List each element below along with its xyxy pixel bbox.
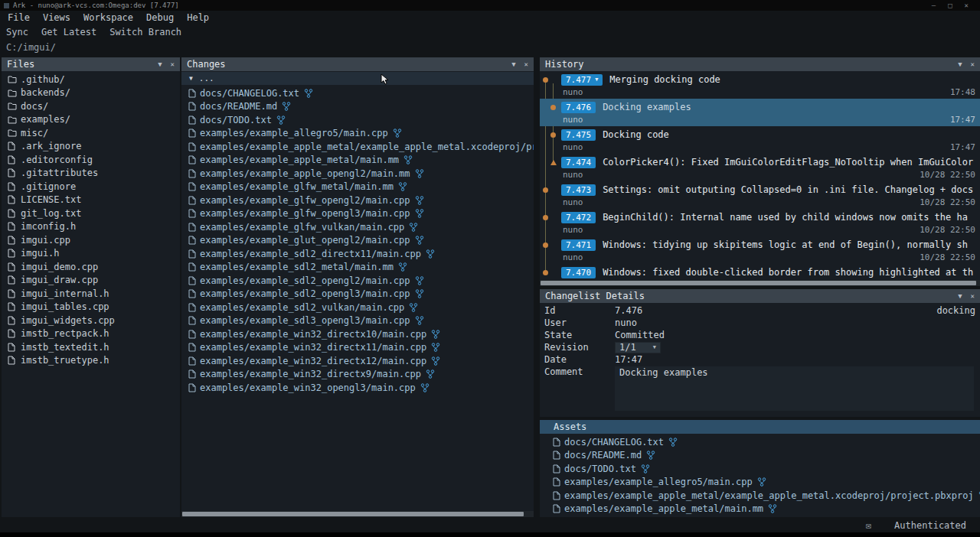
history-panel-header[interactable]: History ▼ ✕ [540, 57, 980, 71]
changed-file-row[interactable]: examples/example_win32_directx11/main.cp… [181, 341, 534, 355]
changeset-badge[interactable]: 7.476 [561, 102, 596, 113]
changed-file-row[interactable]: examples/example_win32_opengl3/main.cpp [181, 381, 534, 395]
file-tree-item[interactable]: examples/ [2, 113, 180, 127]
changed-file-row[interactable]: examples/example_glfw_metal/main.mm [181, 181, 534, 194]
file-tree-item[interactable]: git_log.txt [2, 207, 180, 220]
file-tree-item[interactable]: LICENSE.txt [2, 194, 180, 207]
changeset-badge[interactable]: 7.475 [561, 129, 596, 141]
close-panel-icon[interactable]: ✕ [971, 293, 975, 300]
file-tree-item[interactable]: imgui_tables.cpp [2, 301, 180, 314]
changed-file-row[interactable]: examples/example_apple_metal/example_app… [181, 140, 534, 154]
changed-file-row[interactable]: examples/example_sdl2_vulkan/main.cpp [181, 301, 534, 314]
changed-file-row[interactable]: examples/example_sdl2_metal/main.mm [181, 261, 534, 275]
changed-file-row[interactable]: examples/example_win32_directx12/main.cp… [181, 354, 534, 368]
file-tree-item[interactable]: imgui.h [2, 247, 180, 261]
minimize-icon[interactable]: – [932, 2, 936, 9]
asset-file-row[interactable]: docs/TODO.txt [540, 462, 980, 476]
history-entry[interactable]: 7.472 BeginChild(): Internal name used b… [540, 209, 980, 236]
close-panel-icon[interactable]: ✕ [524, 61, 528, 68]
history-entry[interactable]: 7.474 ColorPicker4(): Fixed ImGuiColorEd… [540, 154, 980, 181]
toolbar-button[interactable]: Sync [6, 27, 28, 37]
changeset-badge[interactable]: 7.474 [561, 157, 596, 168]
file-tree-item[interactable]: .github/ [2, 73, 180, 86]
close-icon[interactable]: ✕ [965, 2, 969, 9]
changes-panel-header[interactable]: Changes ▼ ✕ [181, 57, 534, 71]
revision-select[interactable]: 1/1 ▼ [615, 342, 661, 353]
changed-file-row[interactable]: examples/example_glfw_vulkan/main.cpp [181, 220, 534, 234]
menu-item[interactable]: Workspace [83, 12, 133, 23]
file-tree-item[interactable]: imstb_rectpack.h [2, 327, 180, 341]
comment-field[interactable]: Docking examples [615, 366, 974, 411]
title-bar[interactable]: Ark - nuno@ark-vcs.com:Omega:dev [7.477]… [0, 0, 980, 11]
file-tree-item[interactable]: .gitattributes [2, 167, 180, 181]
expander-icon[interactable]: ▼ [189, 75, 193, 82]
file-tree-item[interactable]: docs/ [2, 99, 180, 113]
asset-file-row[interactable]: examples/example_apple_opengl2/main.mm [540, 516, 980, 517]
file-tree-item[interactable]: misc/ [2, 126, 180, 140]
toolbar-button[interactable]: Get Latest [41, 27, 96, 37]
assets-header[interactable]: Assets [540, 420, 980, 434]
scrollbar-thumb[interactable] [541, 281, 976, 285]
file-tree-item[interactable]: backends/ [2, 86, 180, 100]
file-tree-item[interactable]: imstb_textedit.h [2, 340, 180, 354]
filter-icon[interactable]: ▼ [958, 61, 962, 68]
changed-file-row[interactable]: examples/example_sdl2_directx11/main.cpp [181, 247, 534, 261]
horizontal-scrollbar[interactable] [181, 511, 534, 517]
file-tree-item[interactable]: imgui.cpp [2, 233, 180, 247]
filter-icon[interactable]: ▼ [511, 61, 515, 68]
changed-file-row[interactable]: examples/example_allegro5/main.cpp [181, 127, 534, 141]
changed-file-row[interactable]: examples/example_glfw_opengl3/main.cpp [181, 207, 534, 221]
file-tree-item[interactable]: .gitignore [2, 180, 180, 194]
scrollbar-thumb[interactable] [182, 512, 524, 516]
file-tree-item[interactable]: .editorconfig [2, 153, 180, 167]
menu-item[interactable]: File [8, 12, 30, 23]
changed-file-row[interactable]: examples/example_apple_metal/main.mm [181, 154, 534, 168]
changed-file-row[interactable]: examples/example_sdl2_opengl2/main.cpp [181, 274, 534, 288]
horizontal-scrollbar[interactable] [540, 280, 980, 286]
asset-file-row[interactable]: examples/example_allegro5/main.cpp [540, 476, 980, 490]
file-tree-item[interactable]: imconfig.h [2, 220, 180, 234]
asset-file-row[interactable]: docs/README.md [540, 449, 980, 463]
menu-item[interactable]: Views [43, 12, 70, 23]
menu-item[interactable]: Debug [146, 12, 174, 23]
changed-file-row[interactable]: examples/example_glfw_opengl2/main.cpp [181, 194, 534, 207]
asset-file-row[interactable]: examples/example_apple_metal/main.mm [540, 503, 980, 516]
changeset-badge[interactable]: 7.471 [561, 239, 596, 251]
changes-root-row[interactable]: ▼ ... [181, 72, 534, 85]
details-panel-header[interactable]: Changelist Details ▼ ✕ [540, 289, 980, 303]
files-panel-header[interactable]: Files ▼ ✕ [2, 57, 180, 71]
changed-file-row[interactable]: examples/example_sdl3_opengl3/main.cpp [181, 314, 534, 328]
close-panel-icon[interactable]: ✕ [171, 61, 175, 68]
menu-item[interactable]: Help [187, 12, 209, 23]
changed-file-row[interactable]: docs/README.md [181, 100, 534, 114]
maximize-icon[interactable]: □ [948, 2, 952, 9]
changed-file-row[interactable]: examples/example_win32_directx9/main.cpp [181, 368, 534, 382]
changed-file-row[interactable]: examples/example_win32_directx10/main.cp… [181, 327, 534, 341]
history-entry[interactable]: 7.476 Docking examples nuno 17:47 [540, 99, 980, 126]
changeset-badge[interactable]: 7.472 [561, 212, 596, 223]
file-tree-item[interactable]: imgui_widgets.cpp [2, 314, 180, 327]
history-entry[interactable]: 7.473 Settings: omit outputing Collapsed… [540, 181, 980, 209]
file-tree-item[interactable]: imgui_internal.h [2, 287, 180, 301]
file-tree-item[interactable]: imstb_truetype.h [2, 354, 180, 368]
file-tree-item[interactable]: imgui_draw.cpp [2, 274, 180, 288]
asset-file-row[interactable]: examples/example_apple_metal/example_app… [540, 489, 980, 503]
changeset-badge[interactable]: 7.473 [561, 184, 596, 196]
filter-icon[interactable]: ▼ [158, 61, 162, 68]
filter-icon[interactable]: ▼ [958, 293, 962, 300]
toolbar-button[interactable]: Switch Branch [109, 27, 181, 37]
changed-file-row[interactable]: examples/example_apple_opengl2/main.mm [181, 167, 534, 181]
changed-file-row[interactable]: docs/CHANGELOG.txt [181, 86, 534, 100]
file-tree-item[interactable]: .ark_ignore [2, 140, 180, 154]
history-entry[interactable]: 7.477 ▼ Merging docking code nuno 17:48 [540, 71, 980, 99]
file-tree-item[interactable]: imgui_demo.cpp [2, 260, 180, 274]
changed-file-row[interactable]: examples/example_glut_opengl2/main.cpp [181, 234, 534, 248]
close-panel-icon[interactable]: ✕ [971, 61, 975, 68]
history-entry[interactable]: 7.471 Windows: tidying up skipitems logi… [540, 236, 980, 264]
history-entry[interactable]: 7.470 Windows: fixed double-clicked bord… [540, 264, 980, 280]
changed-file-row[interactable]: docs/TODO.txt [181, 113, 534, 127]
changeset-badge[interactable]: 7.470 [561, 267, 596, 278]
changeset-badge[interactable]: 7.477 ▼ [561, 74, 603, 86]
history-entry[interactable]: 7.475 Docking code nuno 17:47 [540, 126, 980, 154]
asset-file-row[interactable]: docs/CHANGELOG.txt [540, 435, 980, 449]
